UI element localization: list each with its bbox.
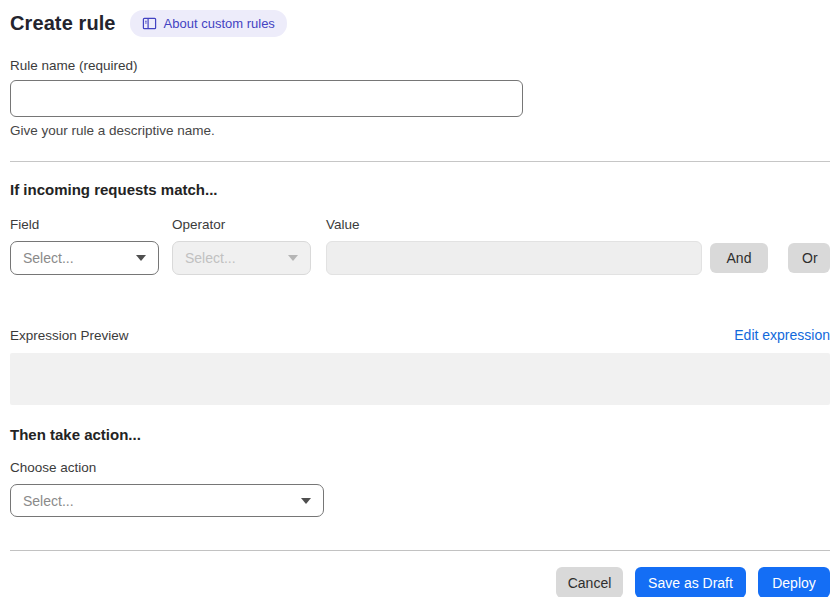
operator-select: Select... <box>172 241 311 275</box>
rule-name-helper-text: Give your rule a descriptive name. <box>10 123 830 138</box>
footer-divider <box>10 550 830 551</box>
action-select[interactable]: Select... <box>10 484 324 517</box>
field-label: Field <box>10 217 159 232</box>
expression-preview-box <box>10 353 830 405</box>
value-input <box>326 241 702 275</box>
action-select-value: Select... <box>23 493 74 509</box>
chevron-down-icon <box>288 255 298 261</box>
field-select-value: Select... <box>23 250 74 266</box>
save-as-draft-button[interactable]: Save as Draft <box>635 567 746 597</box>
page-header: Create rule About custom rules <box>10 10 830 37</box>
value-label: Value <box>326 217 702 232</box>
operator-column: Operator Select... <box>172 217 311 275</box>
field-column: Field Select... <box>10 217 159 275</box>
page-title: Create rule <box>10 12 116 35</box>
operator-label: Operator <box>172 217 311 232</box>
or-button[interactable]: Or <box>788 243 830 273</box>
and-button[interactable]: And <box>710 243 768 273</box>
expression-preview-row: Expression Preview Edit expression <box>10 327 830 343</box>
about-custom-rules-label: About custom rules <box>164 17 275 30</box>
operator-select-value: Select... <box>185 250 236 266</box>
expression-preview-label: Expression Preview <box>10 328 129 343</box>
footer-actions: Cancel Save as Draft Deploy <box>10 567 830 597</box>
chevron-down-icon <box>301 498 311 504</box>
edit-expression-link[interactable]: Edit expression <box>734 327 830 343</box>
match-section-heading: If incoming requests match... <box>10 181 830 198</box>
rule-name-label: Rule name (required) <box>10 58 830 73</box>
action-section-heading: Then take action... <box>10 426 830 443</box>
choose-action-label: Choose action <box>10 460 830 475</box>
create-rule-page: Create rule About custom rules Rule name… <box>0 0 839 597</box>
about-custom-rules-link[interactable]: About custom rules <box>130 10 287 37</box>
section-divider <box>10 161 830 162</box>
field-select[interactable]: Select... <box>10 241 159 275</box>
cancel-button[interactable]: Cancel <box>556 567 623 597</box>
chevron-down-icon <box>136 255 146 261</box>
value-column: Value <box>326 217 702 275</box>
rule-name-input[interactable] <box>10 80 523 117</box>
condition-row: Field Select... Operator Select... Value… <box>10 217 830 275</box>
book-icon <box>142 16 157 31</box>
deploy-button[interactable]: Deploy <box>758 567 830 597</box>
rule-name-section: Rule name (required) Give your rule a de… <box>10 58 830 138</box>
